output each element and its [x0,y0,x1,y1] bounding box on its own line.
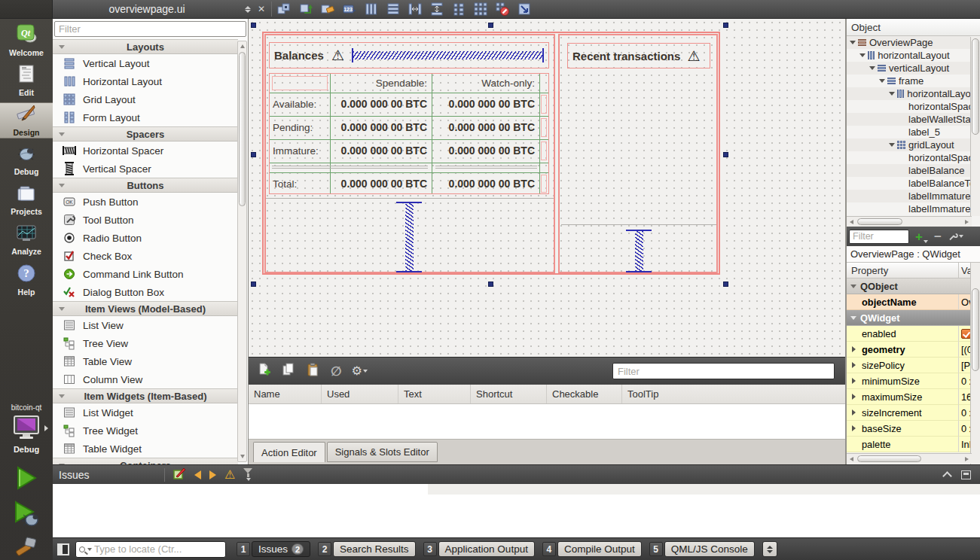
mode-analyze[interactable]: Analyze [0,222,53,258]
scrollbar-thumb[interactable] [972,288,979,371]
warnings-toggle-icon[interactable]: ⚠ [224,469,235,481]
balance-value[interactable]: 0.000 000 00 BTC [334,178,427,190]
widget-item[interactable]: Horizontal Spacer [53,142,238,160]
action-settings-icon[interactable]: ⚙ [352,365,368,377]
mode-debug[interactable]: Debug [0,142,53,178]
scrollbar-thumb[interactable] [857,218,902,225]
vertical-spacer[interactable] [626,230,652,272]
issues-panel-content[interactable] [53,484,980,537]
kit-selector[interactable]: bitcoin-qt Debug [0,403,53,454]
expand-arrow-icon[interactable] [852,394,856,400]
remove-dynamic-property-button[interactable]: − [934,230,942,243]
mode-projects[interactable]: Projects [0,182,53,218]
paste-action-icon[interactable] [306,362,321,380]
balances-header-layout[interactable]: Balances ⚠ [269,42,549,68]
run-button[interactable] [14,464,39,495]
balance-value[interactable]: 0.000 000 00 BTC [435,121,535,133]
next-issue-icon[interactable] [209,470,216,479]
balance-value[interactable]: 0.000 000 00 BTC [334,145,427,157]
selection-handle[interactable] [251,282,256,287]
scroll-right-icon[interactable] [965,457,969,461]
property-row[interactable]: maximumSize16 [847,389,980,405]
property-group-qobject[interactable]: QObject [847,278,980,294]
property-row[interactable]: minimumSize0 x [847,373,980,389]
row-label[interactable]: Available: [273,99,316,110]
pane-button-compile-output[interactable]: Compile Output [557,541,642,557]
balances-grid-layout[interactable]: Spendable: Watch-only: Available: 0.000 … [269,73,549,194]
break-layout-icon[interactable] [495,2,510,17]
property-row[interactable]: enabled [847,326,980,342]
property-group-qwidget[interactable]: QWidget [847,310,980,326]
warning-icon[interactable]: ⚠ [331,48,344,62]
scrollbar-thumb[interactable] [972,38,979,135]
layout-splitter-vertical-icon[interactable] [429,2,444,17]
selection-handle[interactable] [723,152,728,157]
add-dynamic-property-button[interactable]: + [915,230,928,243]
widget-item[interactable]: Grid Layout [53,90,238,108]
build-button[interactable] [14,537,39,560]
expand-arrow-icon[interactable] [859,53,866,57]
recent-transactions-label[interactable]: Recent transactions [572,50,680,62]
widget-item[interactable]: Column View [53,370,238,388]
property-row[interactable]: baseSize0 x [847,421,980,437]
expand-arrow-icon[interactable] [889,92,895,96]
previous-issue-icon[interactable] [194,470,201,479]
expand-arrow-icon[interactable] [879,79,885,83]
layout-form-icon[interactable] [451,2,466,17]
pane-number[interactable]: 2 [318,542,331,556]
expand-arrow-icon[interactable] [852,425,856,431]
pane-number[interactable]: 5 [649,542,663,556]
selection-handle[interactable] [723,23,728,28]
expand-arrow-icon[interactable] [850,41,856,44]
warning-icon[interactable]: ⚠ [687,49,700,63]
property-row[interactable]: paletteInh [847,437,980,452]
object-tree-item[interactable]: OverviewPage [847,36,970,49]
separator-line[interactable] [272,166,428,166]
widget-section-containers[interactable]: Containers [53,458,238,464]
scroll-left-icon[interactable] [850,220,853,224]
edit-buddies-icon[interactable] [320,2,335,17]
widget-box-scrollbar[interactable] [237,41,247,462]
selection-handle[interactable] [723,282,728,287]
pane-number[interactable]: 1 [237,542,250,556]
object-tree-item[interactable]: labelImmature [847,190,970,202]
property-row[interactable]: geometry[(0 [847,342,980,358]
property-configure-button[interactable] [948,231,963,242]
layout-grid-icon[interactable] [473,2,488,17]
object-tree-item[interactable]: labelWalletStatus [847,113,970,126]
output-pane-stepper[interactable] [762,541,777,557]
expand-arrow-icon[interactable] [852,346,856,352]
widget-item[interactable]: OKPush Button [53,193,238,211]
scroll-left-icon[interactable] [850,457,853,461]
selection-handle[interactable] [251,23,256,28]
form-editor-canvas[interactable]: Balances ⚠ Spendable: Watch-only: Availa… [249,19,845,357]
widget-section-item-views[interactable]: Item Views (Model-Based) [53,301,238,316]
column-header[interactable]: Text [398,385,471,403]
adjust-size-icon[interactable] [517,2,532,17]
widget-item[interactable]: Horizontal Layout [53,72,238,90]
widget-section-buttons[interactable]: Buttons [53,178,238,193]
document-close-button[interactable]: ✕ [255,2,268,16]
balances-title-label[interactable]: Balances [274,49,324,62]
expand-arrow-icon[interactable] [852,378,856,384]
widget-item[interactable]: Tool Button [53,211,238,229]
property-horizontal-scrollbar[interactable] [847,453,972,464]
balance-value[interactable]: 0.000 000 00 BTC [435,98,535,110]
separator-line[interactable] [435,168,537,169]
widget-item[interactable]: List Widget [53,403,238,422]
pane-number[interactable]: 3 [423,542,437,556]
expand-arrow-icon[interactable] [889,143,895,147]
action-table-body[interactable] [249,404,845,439]
tab-signals-slots-editor[interactable]: Signals & Slots Editor [327,442,438,462]
watchonly-column-header[interactable]: Watch-only: [435,78,535,89]
spendable-column-header[interactable]: Spendable: [334,78,427,89]
toggle-sidebar-icon[interactable] [57,543,69,555]
scrollbar-thumb[interactable] [857,455,921,462]
layout-vertical-icon[interactable] [386,2,401,17]
widget-item[interactable]: Tree Widget [53,422,238,440]
expand-panel-icon[interactable] [942,471,952,481]
property-row[interactable]: sizeIncrement0 x [847,405,980,421]
widget-item[interactable]: Table Widget [53,440,238,458]
widget-section-item-widgets[interactable]: Item Widgets (Item-Based) [53,388,238,403]
column-header[interactable]: Checkable [547,385,622,403]
